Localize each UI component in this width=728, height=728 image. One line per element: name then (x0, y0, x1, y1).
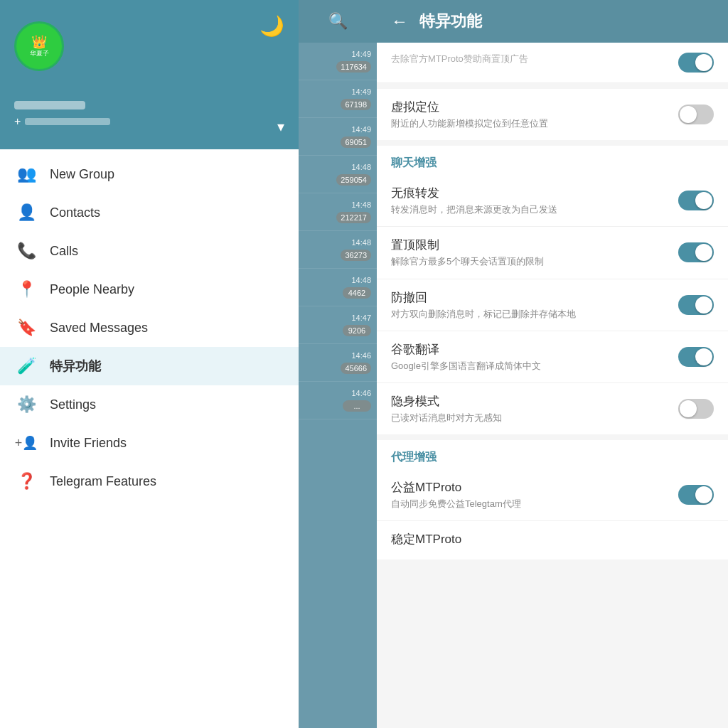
chat-time: 14:48 (351, 276, 371, 284)
location-section: 虚拟定位 附近的人功能新增模拟定位到任意位置 (377, 89, 728, 140)
setting-text: 置顶限制 解除官方最多5个聊天会话置顶的限制 (391, 237, 670, 268)
toggle-pin-limit[interactable] (678, 242, 714, 262)
settings-content: 去除官方MTProto赞助商置顶广告 虚拟定位 附近的人功能新增模拟定位到任意位… (377, 43, 728, 728)
toggle-traceless-forward[interactable] (678, 191, 714, 210)
chat-item[interactable]: 14:48 259054 (299, 156, 377, 193)
chat-badge: 259054 (336, 174, 371, 186)
chat-list: 14:49 117634 14:49 67198 14:49 69051 14:… (299, 43, 377, 728)
setting-stable-mtproto: 稳定MTProto (377, 521, 728, 560)
setting-desc: 附近的人功能新增模拟定位到任意位置 (391, 117, 670, 130)
chat-badge: 45666 (341, 363, 371, 374)
setting-title: 隐身模式 (391, 393, 670, 410)
middle-panel: 🔍 14:49 117634 14:49 67198 14:49 69051 1… (299, 0, 377, 728)
sidebar-item-special-features[interactable]: 🧪 特异功能 (0, 347, 299, 385)
setting-title: 公益MTProto (391, 479, 670, 496)
saved-messages-icon: 🔖 (17, 318, 36, 337)
back-button[interactable]: ← (391, 11, 408, 31)
chat-time: 14:48 (351, 163, 371, 171)
chat-item[interactable]: 14:46 45666 (299, 344, 377, 382)
setting-google-translate: 谷歌翻译 Google引擎多国语言翻译成简体中文 (377, 331, 728, 383)
setting-title: 谷歌翻译 (391, 341, 670, 358)
chat-time: 14:47 (351, 314, 371, 322)
setting-anti-revoke: 防撤回 对方双向删除消息时，标记已删除并存储本地 (377, 279, 728, 331)
setting-text: 无痕转发 转发消息时，把消息来源更改为自己发送 (391, 185, 670, 216)
toggle-knob (695, 296, 712, 314)
setting-desc: 解除官方最多5个聊天会话置顶的限制 (391, 255, 670, 268)
sidebar-item-settings[interactable]: ⚙️ Settings (0, 385, 299, 424)
setting-title: 无痕转发 (391, 185, 670, 201)
moon-icon[interactable]: 🌙 (259, 14, 284, 38)
sidebar-item-label: 特异功能 (50, 358, 101, 375)
sidebar-item-invite-friends[interactable]: +👤 Invite Friends (0, 424, 299, 462)
chat-time: 14:46 (351, 351, 371, 360)
middle-header: 🔍 (299, 0, 377, 43)
sidebar-item-label: Settings (50, 397, 96, 412)
add-account-icon[interactable]: + (14, 115, 21, 128)
top-partial-item: 去除官方MTProto赞助商置顶广告 (377, 43, 728, 83)
setting-title: 虚拟定位 (391, 99, 670, 115)
top-partial-desc: 去除官方MTProto赞助商置顶广告 (391, 53, 678, 65)
chat-item[interactable]: 14:48 212217 (299, 193, 377, 231)
chat-item[interactable]: 14:49 69051 (299, 118, 377, 156)
sidebar-item-new-group[interactable]: 👥 New Group (0, 155, 299, 193)
chat-time: 14:49 (351, 87, 371, 96)
toggle-google-translate[interactable] (678, 347, 714, 367)
setting-desc: 已读对话消息时对方无感知 (391, 412, 670, 424)
toggle-public-mtproto[interactable] (678, 485, 714, 505)
setting-title: 置顶限制 (391, 237, 670, 253)
setting-pin-limit: 置顶限制 解除官方最多5个聊天会话置顶的限制 (377, 227, 728, 279)
left-header: 🌙 👑 华夏子 + ▾ (0, 0, 299, 149)
toggle-virtual-location[interactable] (678, 105, 714, 124)
special-features-icon: 🧪 (17, 357, 36, 375)
chat-badge: 4462 (343, 287, 371, 299)
setting-text: 谷歌翻译 Google引擎多国语言翻译成简体中文 (391, 341, 670, 373)
chat-item[interactable]: 14:49 117634 (299, 43, 377, 80)
chat-item[interactable]: 14:46 ... (299, 382, 377, 419)
chat-badge: 36273 (341, 250, 371, 261)
sidebar-item-label: People Nearby (50, 282, 134, 297)
chat-time: 14:48 (351, 200, 371, 209)
setting-desc: 自动同步免费公益Telegtam代理 (391, 498, 670, 510)
setting-title: 防撤回 (391, 289, 670, 306)
sidebar-item-contacts[interactable]: 👤 Contacts (0, 193, 299, 232)
sidebar-item-label: Telegram Features (50, 474, 156, 489)
chevron-down-icon[interactable]: ▾ (277, 118, 284, 135)
section-header-chat: 聊天增强 (377, 146, 728, 175)
avatar[interactable]: 👑 华夏子 (14, 21, 64, 71)
chat-time: 14:49 (351, 50, 371, 58)
chat-item[interactable]: 14:48 4462 (299, 269, 377, 306)
chat-item[interactable]: 14:47 9206 (299, 306, 377, 344)
calls-icon: 📞 (17, 242, 36, 260)
username-sub: + (14, 115, 284, 128)
username-sub-bar (25, 118, 110, 125)
avatar-text: 👑 华夏子 (30, 35, 49, 58)
section-header-proxy: 代理增强 (377, 440, 728, 469)
chat-item[interactable]: 14:49 67198 (299, 80, 377, 118)
setting-text: 隐身模式 已读对话消息时对方无感知 (391, 393, 670, 424)
sidebar-item-saved-messages[interactable]: 🔖 Saved Messages (0, 309, 299, 347)
toggle-anti-revoke[interactable] (678, 295, 714, 315)
setting-desc: 对方双向删除消息时，标记已删除并存储本地 (391, 308, 670, 321)
top-partial-section: 去除官方MTProto赞助商置顶广告 (377, 43, 728, 83)
new-group-icon: 👥 (17, 165, 36, 183)
chat-time: 14:48 (351, 238, 371, 247)
sidebar-item-telegram-features[interactable]: ❓ Telegram Features (0, 462, 299, 500)
sidebar-item-calls[interactable]: 📞 Calls (0, 232, 299, 270)
search-icon[interactable]: 🔍 (328, 12, 348, 31)
telegram-features-icon: ❓ (17, 472, 36, 491)
chat-badge: 9206 (343, 325, 371, 336)
chat-item[interactable]: 14:48 36273 (299, 231, 377, 269)
toggle-knob (695, 54, 712, 71)
sidebar-item-people-nearby[interactable]: 📍 People Nearby (0, 270, 299, 309)
toggle-knob (695, 244, 712, 261)
setting-text: 稳定MTProto (391, 531, 714, 550)
sidebar-item-label: Calls (50, 244, 78, 259)
settings-icon: ⚙️ (17, 395, 36, 414)
toggle-top-partial[interactable] (678, 53, 714, 73)
toggle-stealth-mode[interactable] (678, 399, 714, 419)
setting-text: 公益MTProto 自动同步免费公益Telegtam代理 (391, 479, 670, 510)
people-nearby-icon: 📍 (17, 280, 36, 299)
sidebar-item-label: New Group (50, 167, 114, 182)
setting-text: 虚拟定位 附近的人功能新增模拟定位到任意位置 (391, 99, 670, 130)
chat-badge: 212217 (336, 212, 371, 223)
